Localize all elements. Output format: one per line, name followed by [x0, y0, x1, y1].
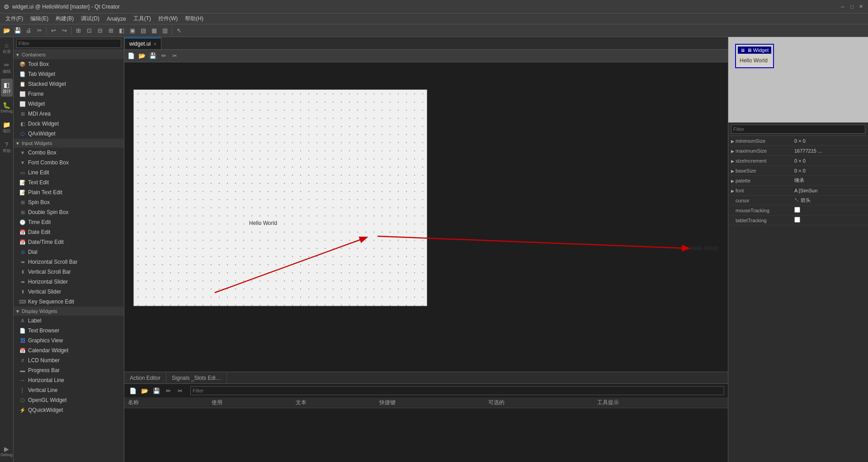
widget-calendarwidget[interactable]: 📅 Calendar Widget: [14, 345, 124, 355]
menu-file[interactable]: 文件(F): [2, 14, 27, 23]
menu-analyze[interactable]: Analyze: [103, 15, 130, 23]
toolbar-layout1[interactable]: ◧: [117, 26, 127, 36]
widget-datetimeedit[interactable]: 📅 Date/Time Edit: [14, 237, 124, 247]
close-button[interactable]: ✕: [857, 3, 864, 10]
widget-combobox[interactable]: ▼ Combo Box: [14, 148, 124, 158]
widget-spinbox[interactable]: ⊞ Spin Box: [14, 197, 124, 207]
bottom-open-btn[interactable]: 📂: [140, 386, 150, 396]
activity-debug[interactable]: 🐛 Debug: [1, 98, 13, 117]
toolbar-undo[interactable]: ↩: [48, 26, 58, 36]
widget-dial[interactable]: ⊙ Dial: [14, 247, 124, 257]
hline-label: Horizontal Line: [28, 377, 64, 383]
activity-debug2[interactable]: ▶ Debug: [1, 442, 13, 460]
widget-widget[interactable]: ⬜ Widget: [14, 99, 124, 109]
widget-stackedwidget[interactable]: 📋 Stacked Widget: [14, 79, 124, 89]
widget-dockwidget[interactable]: ◧ Dock Widget: [14, 119, 124, 129]
hscrollbar-label: Horizontal Scroll Bar: [28, 259, 77, 265]
bottom-tab-action-editor[interactable]: Action Editor: [124, 372, 166, 384]
toolbar-align3[interactable]: ⊟: [95, 26, 105, 36]
section-containers[interactable]: ▼ Containers: [14, 50, 124, 59]
right-filter-input[interactable]: [731, 125, 865, 134]
widget-lineedit[interactable]: ▭ Line Edit: [14, 168, 124, 177]
toolbar-align2[interactable]: ⊡: [84, 26, 94, 36]
bottom-filter-area: 📄 📂 💾 ✏ ✂: [124, 384, 728, 397]
activity-design[interactable]: ◧ 设计: [1, 79, 13, 97]
mousetracking-checkbox[interactable]: [794, 207, 800, 213]
menu-debug[interactable]: 调试(D): [77, 14, 103, 23]
widget-textbrowser[interactable]: 📄 Text Browser: [14, 326, 124, 336]
prop-palette-arrow: ▶: [731, 179, 734, 183]
widget-mdiarea[interactable]: ⊞ MDI Area: [14, 109, 124, 119]
tablettracking-checkbox[interactable]: [794, 217, 800, 223]
design-canvas[interactable]: Hello World: [133, 89, 427, 306]
widget-graphicsview[interactable]: 🖼 Graphics View: [14, 336, 124, 345]
toolbar-layout3[interactable]: ▤: [138, 26, 148, 36]
maximize-button[interactable]: □: [848, 3, 855, 10]
toolbar-open[interactable]: 📂: [2, 26, 12, 36]
activity-project[interactable]: 📁 项目: [1, 118, 13, 136]
widget-doublespinbox[interactable]: ⊞ Double Spin Box: [14, 207, 124, 217]
bottom-filter-input[interactable]: [190, 386, 724, 395]
toolbar-print[interactable]: 🖨: [24, 26, 33, 36]
widget-plaintextedit[interactable]: 📝 Plain Text Edit: [14, 187, 124, 197]
canvas-toolbar-open[interactable]: 📂: [137, 51, 147, 61]
widget-progressbar[interactable]: ▬ Progress Bar: [14, 365, 124, 375]
widget-toolbox[interactable]: 📦 Tool Box: [14, 59, 124, 69]
menu-controls[interactable]: 控件(W): [155, 14, 181, 23]
bottom-cut-btn[interactable]: ✂: [175, 386, 185, 396]
toolbar-layout2[interactable]: ▣: [127, 26, 137, 36]
menu-build[interactable]: 构建(B): [52, 14, 77, 23]
prop-tablettracking: tabletTracking: [728, 215, 868, 225]
widget-hslider[interactable]: ⬌ Horizontal Slider: [14, 277, 124, 287]
toolbar-layout4[interactable]: ▦: [149, 26, 159, 36]
toolbar-align4[interactable]: ⊞: [106, 26, 116, 36]
activity-welcome[interactable]: ⌂ 欢迎: [1, 39, 13, 57]
widget-timeedit[interactable]: 🕐 Time Edit: [14, 217, 124, 227]
bottom-tab-signals-slots[interactable]: Signals _Slots Edi…: [166, 372, 227, 384]
window-controls[interactable]: ─ □ ✕: [839, 3, 864, 10]
widget-hline[interactable]: ─ Horizontal Line: [14, 375, 124, 385]
bottom-new-btn[interactable]: 📄: [128, 386, 138, 396]
bottom-save-btn[interactable]: 💾: [151, 386, 161, 396]
toolbar-layout5[interactable]: ▥: [160, 26, 170, 36]
tab-close-button[interactable]: ×: [153, 41, 156, 47]
widget-qquickwidget[interactable]: ⚡ QQuickWidget: [14, 405, 124, 415]
widget-openglwidget[interactable]: ⬡ OpenGL Widget: [14, 395, 124, 405]
widget-vline[interactable]: │ Vertical Line: [14, 385, 124, 395]
widget-keysequenceedit[interactable]: ⌨ Key Sequence Edit: [14, 297, 124, 307]
widget-hscrollbar[interactable]: ⬌ Horizontal Scroll Bar: [14, 257, 124, 267]
toolbar-redo[interactable]: ↪: [59, 26, 69, 36]
activity-bar: ⌂ 欢迎 ✏ 编辑 ◧ 设计 🐛 Debug 📁 项目 ? 帮助 ▶ Debug: [0, 37, 14, 462]
bottom-edit-btn[interactable]: ✏: [163, 386, 173, 396]
widget-frame[interactable]: ⬜ Frame: [14, 89, 124, 99]
widget-qaxwidget[interactable]: ⬡ QAxWidget: [14, 129, 124, 139]
toolbar-save[interactable]: 💾: [13, 26, 23, 36]
widget-vscrollbar[interactable]: ⬍ Vertical Scroll Bar: [14, 267, 124, 277]
toolbar-cut[interactable]: ✂: [34, 26, 44, 36]
canvas-toolbar-new[interactable]: 📄: [126, 51, 136, 61]
canvas-toolbar-save[interactable]: 💾: [148, 51, 158, 61]
widget-vslider[interactable]: ⬍ Vertical Slider: [14, 287, 124, 297]
activity-help[interactable]: ? 帮助: [1, 138, 13, 156]
main-toolbar: 📂 💾 🖨 ✂ ↩ ↪ ⊞ ⊡ ⊟ ⊞ ◧ ▣ ▤ ▦ ▥ ↖: [0, 24, 868, 37]
activity-edit[interactable]: ✏ 编辑: [1, 59, 13, 77]
canvas-toolbar-edit[interactable]: ✏: [159, 51, 169, 61]
widget-label[interactable]: A Label: [14, 316, 124, 326]
menu-tools[interactable]: 工具(T): [130, 14, 155, 23]
toolbar-align1[interactable]: ⊞: [73, 26, 83, 36]
menu-edit[interactable]: 编辑(E): [27, 14, 52, 23]
widget-dateedit[interactable]: 📅 Date Edit: [14, 227, 124, 237]
minimize-button[interactable]: ─: [839, 3, 846, 10]
widget-fontcombobox[interactable]: ▼ Font Combo Box: [14, 158, 124, 168]
lineedit-icon: ▭: [19, 169, 26, 176]
section-display-widgets[interactable]: ▼ Display Widgets: [14, 307, 124, 316]
widget-lcdnumber[interactable]: # LCD Number: [14, 355, 124, 365]
canvas-toolbar-cut[interactable]: ✂: [170, 51, 179, 61]
tab-widget-ui[interactable]: widget.ui ×: [124, 37, 161, 49]
widget-textedit[interactable]: 📝 Text Edit: [14, 177, 124, 187]
widget-tabwidget[interactable]: 📑 Tab Widget: [14, 69, 124, 79]
menu-help[interactable]: 帮助(H): [181, 14, 207, 23]
widget-filter-input[interactable]: [16, 39, 121, 48]
section-input-widgets[interactable]: ▼ Input Widgets: [14, 139, 124, 148]
toolbar-pointer[interactable]: ↖: [174, 26, 184, 36]
